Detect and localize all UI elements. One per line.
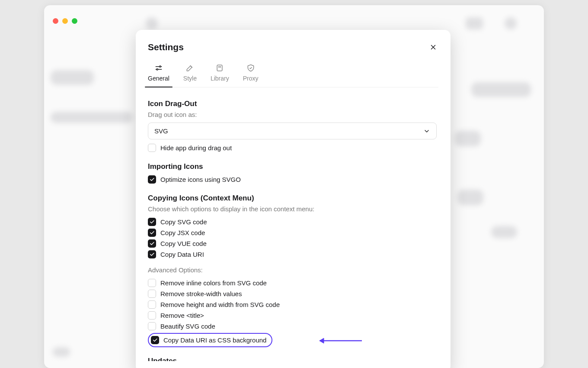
dragout-format-select[interactable]: SVG bbox=[148, 123, 437, 139]
copy-jsx-checkbox[interactable] bbox=[148, 229, 156, 237]
copy-vue-checkbox[interactable] bbox=[148, 239, 156, 248]
select-value: SVG bbox=[154, 127, 168, 135]
check-label: Copy SVG code bbox=[160, 218, 207, 226]
copying-subtitle: Choose which options to display in the i… bbox=[148, 205, 437, 213]
check-label: Optimize icons using SVGO bbox=[160, 176, 241, 183]
chevron-down-icon bbox=[423, 128, 430, 135]
svg-point-3 bbox=[219, 67, 220, 68]
check-icon bbox=[149, 177, 155, 182]
svg-point-1 bbox=[157, 69, 158, 70]
modal-title: Settings bbox=[148, 42, 184, 52]
copy-svg-checkbox[interactable] bbox=[148, 218, 156, 226]
importing-title: Importing Icons bbox=[148, 162, 437, 171]
beautify-svg-checkbox[interactable] bbox=[148, 322, 156, 330]
bg-row bbox=[51, 112, 133, 123]
updates-title: Updates bbox=[148, 357, 437, 361]
check-label: Copy Data URI bbox=[160, 251, 204, 258]
check-label: Copy JSX code bbox=[160, 229, 205, 236]
settings-content[interactable]: Icon Drag-Out Drag out icon as: SVG Hide… bbox=[148, 87, 438, 361]
copying-title: Copying Icons (Context Menu) bbox=[148, 194, 437, 203]
check-label: Remove stroke-width values bbox=[160, 290, 242, 297]
check-icon bbox=[149, 219, 155, 225]
svg-point-0 bbox=[160, 66, 161, 67]
close-icon bbox=[429, 43, 437, 51]
check-icon bbox=[149, 241, 155, 246]
annotation-highlight: Copy Data URI as CSS background bbox=[148, 333, 272, 347]
bg-item-a bbox=[455, 131, 481, 146]
tab-general[interactable]: General bbox=[148, 64, 169, 87]
shield-icon bbox=[246, 64, 255, 72]
tab-label: Library bbox=[211, 75, 229, 82]
remove-title-checkbox[interactable] bbox=[148, 311, 156, 320]
tab-library[interactable]: Library bbox=[211, 64, 229, 87]
tab-proxy[interactable]: Proxy bbox=[243, 64, 259, 87]
check-icon bbox=[149, 230, 155, 236]
app-window: Settings General Style Library Proxy bbox=[44, 5, 544, 368]
optimize-svgo-checkbox[interactable] bbox=[148, 175, 156, 184]
remove-hw-checkbox[interactable] bbox=[148, 300, 156, 309]
tab-label: General bbox=[148, 75, 169, 82]
icon-dragout-title: Icon Drag-Out bbox=[148, 100, 437, 108]
advanced-options-label: Advanced Options: bbox=[148, 266, 437, 274]
check-label: Remove inline colors from SVG code bbox=[160, 279, 267, 287]
check-icon bbox=[149, 252, 155, 257]
dragout-label: Drag out icon as: bbox=[148, 111, 437, 118]
tab-style[interactable]: Style bbox=[183, 64, 197, 87]
check-label: Beautify SVG code bbox=[160, 323, 215, 330]
sliders-icon bbox=[154, 64, 163, 72]
bg-toolbar-a bbox=[466, 17, 483, 29]
pencil-square-icon bbox=[185, 64, 194, 72]
bg-toolbar-b bbox=[505, 17, 517, 29]
traffic-lights bbox=[53, 18, 77, 24]
remove-inline-colors-checkbox[interactable] bbox=[148, 279, 156, 287]
annotation-arrow bbox=[314, 336, 362, 346]
window-minimize-button[interactable] bbox=[62, 18, 68, 24]
copy-datauri-checkbox[interactable] bbox=[148, 250, 156, 258]
tab-label: Proxy bbox=[243, 75, 259, 82]
remove-stroke-width-checkbox[interactable] bbox=[148, 290, 156, 298]
svg-point-4 bbox=[220, 67, 221, 68]
window-close-button[interactable] bbox=[53, 18, 58, 24]
tab-label: Style bbox=[183, 75, 197, 82]
tabs: General Style Library Proxy bbox=[148, 64, 438, 87]
check-label: Remove height and width from SVG code bbox=[160, 301, 280, 308]
svg-rect-2 bbox=[217, 65, 222, 71]
bg-item-b bbox=[457, 190, 483, 205]
bg-item-c bbox=[491, 226, 517, 238]
window-fullscreen-button[interactable] bbox=[72, 18, 77, 24]
hide-app-checkbox[interactable] bbox=[148, 144, 156, 152]
library-icon bbox=[215, 64, 224, 72]
bg-bottom bbox=[53, 347, 70, 357]
settings-modal: Settings General Style Library Proxy bbox=[136, 30, 451, 368]
close-button[interactable] bbox=[428, 42, 438, 52]
check-label: Copy VUE code bbox=[160, 240, 207, 247]
check-label: Hide app during drag out bbox=[160, 144, 232, 152]
copy-datauri-css-checkbox[interactable] bbox=[151, 336, 159, 344]
check-icon bbox=[152, 337, 158, 343]
check-label: Copy Data URI as CSS background bbox=[163, 336, 266, 344]
check-label: Remove <title> bbox=[160, 312, 204, 319]
bg-btn bbox=[471, 82, 531, 97]
bg-avatar bbox=[146, 17, 158, 29]
bg-pill bbox=[51, 70, 94, 85]
